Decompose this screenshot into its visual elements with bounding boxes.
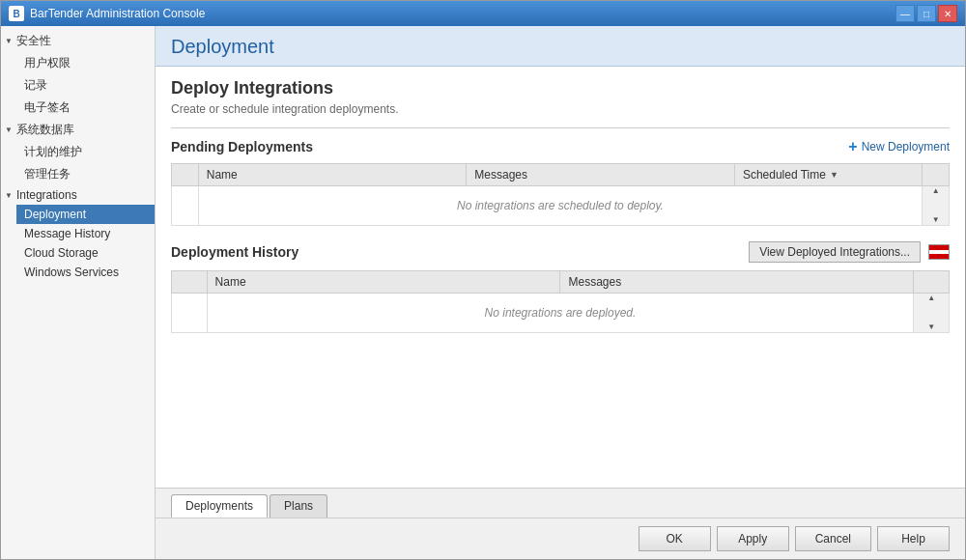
title-bar-buttons[interactable]: — □ ✕ [895,5,957,22]
sidebar-item-windows-services-label: Windows Services [24,266,119,279]
scroll-up-arrow[interactable]: ▲ [932,187,940,195]
title-bar-left: B BarTender Administration Console [9,6,205,21]
sidebar-item-maintenance-label: 计划的维护 [24,144,82,160]
deploy-title: Deploy Integrations [171,78,950,98]
dialog-buttons-row: OK Apply Cancel Help [156,518,965,559]
sidebar-group-security[interactable]: ▼ 安全性 [1,30,155,52]
new-deployment-button[interactable]: + New Deployment [848,138,950,155]
sidebar-item-esig-label: 电子签名 [24,99,71,116]
history-scroll-up-arrow[interactable]: ▲ [927,294,935,302]
view-deployed-button[interactable]: View Deployed Integrations... [749,241,921,263]
history-section-title: Deployment History [171,244,298,260]
app-icon: B [9,6,24,21]
help-button[interactable]: Help [877,526,950,551]
sidebar-item-admin-tasks[interactable]: 管理任务 [16,163,155,185]
pending-empty-icon-cell [172,186,199,226]
maximize-button[interactable]: □ [917,5,936,22]
history-col-messages-header[interactable]: Messages [560,271,914,294]
minimize-button[interactable]: — [895,5,915,22]
sidebar-item-admin-tasks-label: 管理任务 [24,166,71,182]
history-empty-row: No integrations are deployed. ▲ ▼ [172,294,950,333]
scroll-down-arrow[interactable]: ▼ [932,216,940,224]
tab-deployments[interactable]: Deployments [171,494,268,518]
tab-plans[interactable]: Plans [270,494,327,518]
close-button[interactable]: ✕ [938,5,957,22]
sidebar-item-user-permissions-label: 用户权限 [24,55,71,71]
pending-col-icon-header [172,164,199,186]
sidebar-item-message-history-label: Message History [24,227,110,240]
content-area: Deployment Deploy Integrations Create or… [156,26,965,559]
sidebar-item-maintenance[interactable]: 计划的维护 [16,141,155,163]
sidebar-item-message-history[interactable]: Message History [16,224,155,243]
pending-col-name-header[interactable]: Name [198,164,467,186]
triangle-icon-integrations: ▼ [5,191,13,200]
section-divider-1 [171,127,950,128]
tab-deployments-label: Deployments [185,499,253,513]
sidebar-item-logging[interactable]: 记录 [16,74,155,97]
sidebar-item-esig[interactable]: 电子签名 [16,97,155,119]
sidebar-group-security-label: 安全性 [16,33,51,49]
sidebar-item-deployment[interactable]: Deployment [16,205,155,224]
flag-icon [928,244,950,260]
sidebar-item-deployment-label: Deployment [24,208,86,221]
pending-scrollbar[interactable]: ▲ ▼ [923,186,949,225]
sidebar-group-integrations-label: Integrations [16,188,77,202]
sidebar-item-logging-label: 记录 [24,77,47,94]
triangle-icon-sysdb: ▼ [5,126,13,134]
pending-empty-message: No integrations are scheduled to deploy. [198,186,922,226]
pending-deployments-table: Name Messages Scheduled Time ▼ [171,163,950,226]
tab-plans-label: Plans [284,499,313,513]
sidebar: ▼ 安全性 用户权限 记录 电子签名 ▼ 系统数据库 [1,26,156,559]
history-empty-icon-cell [172,294,208,333]
sidebar-children-security: 用户权限 记录 电子签名 [1,52,155,119]
bottom-bar: Deployments Plans OK Apply Cancel Help [156,488,965,559]
sidebar-group-sysdb[interactable]: ▼ 系统数据库 [1,119,155,141]
sidebar-children-sysdb: 计划的维护 管理任务 [1,141,155,185]
pending-col-scheduled-header[interactable]: Scheduled Time ▼ [734,164,922,186]
tabs-row: Deployments Plans [156,489,965,518]
content-body: Deploy Integrations Create or schedule i… [156,67,965,488]
content-header: Deployment [156,26,965,67]
sidebar-group-sysdb-label: 系统数据库 [16,122,74,138]
sidebar-item-windows-services[interactable]: Windows Services [16,263,155,282]
pending-section-title: Pending Deployments [171,139,313,154]
sidebar-item-cloud-storage[interactable]: Cloud Storage [16,243,155,263]
ok-button[interactable]: OK [639,526,711,551]
history-col-scroll-header [914,271,950,294]
page-title: Deployment [171,36,950,58]
history-section-header: Deployment History View Deployed Integra… [171,241,950,263]
history-empty-message: No integrations are deployed. [207,294,914,333]
history-col-name-header[interactable]: Name [207,271,560,294]
sidebar-item-user-permissions[interactable]: 用户权限 [16,52,155,74]
plus-icon: + [848,138,857,155]
pending-col-scroll-header [923,164,950,186]
sort-arrow-icon: ▼ [830,170,838,180]
pending-scroll-cell: ▲ ▼ [923,186,950,226]
window-title: BarTender Administration Console [30,7,205,20]
cancel-button[interactable]: Cancel [795,526,871,551]
apply-button[interactable]: Apply [717,526,789,551]
pending-empty-row: No integrations are scheduled to deploy.… [172,186,950,226]
history-col-icon-header [172,271,208,294]
history-scroll-down-arrow[interactable]: ▼ [927,323,935,331]
triangle-icon-security: ▼ [5,37,13,45]
new-deployment-label: New Deployment [862,140,950,154]
history-scrollbar[interactable]: ▲ ▼ [914,294,949,332]
title-bar: B BarTender Administration Console — □ ✕ [1,1,965,26]
pending-col-messages-header[interactable]: Messages [467,164,735,186]
history-scroll-cell: ▲ ▼ [914,294,950,333]
deployment-history-table: Name Messages No integrations are deploy… [171,270,950,333]
main-content: ▼ 安全性 用户权限 记录 电子签名 ▼ 系统数据库 [1,26,965,559]
sidebar-group-integrations[interactable]: ▼ Integrations [1,185,155,205]
deploy-subtitle: Create or schedule integration deploymen… [171,102,950,116]
sidebar-item-cloud-storage-label: Cloud Storage [24,246,99,260]
sidebar-children-integrations: Deployment Message History Cloud Storage… [1,205,155,282]
history-header-right: View Deployed Integrations... [749,241,950,263]
pending-section-header: Pending Deployments + New Deployment [171,138,950,155]
main-window: B BarTender Administration Console — □ ✕… [0,0,966,560]
